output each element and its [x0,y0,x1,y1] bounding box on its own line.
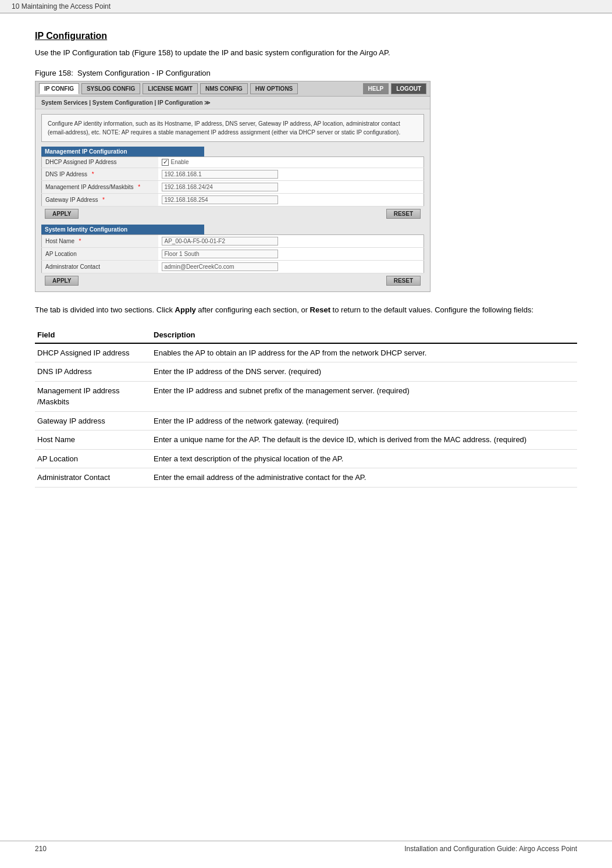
field-table-row: DHCP Assigned IP addressEnables the AP t… [35,343,577,362]
field-table-row: Administrator ContactEnter the email add… [35,468,577,488]
field-desc-cell: Enter a unique name for the AP. The defa… [151,431,577,450]
gateway-input[interactable] [162,195,278,204]
main-content: IP Configuration Use the IP Configuratio… [0,13,612,522]
dns-input[interactable] [162,170,278,179]
mgmt-reset-button[interactable]: RESET [386,209,421,219]
identity-header: System Identity Configuration [41,225,204,234]
mgmt-apply-button[interactable]: APPLY [45,209,79,219]
tab-logout[interactable]: LOGOUT [391,83,426,94]
tab-syslog-config[interactable]: SYSLOG CONFIG [81,83,140,94]
mgmt-ip-value [158,180,424,193]
field-table-row: Host NameEnter a unique name for the AP.… [35,431,577,450]
gateway-value [158,193,424,206]
identity-apply-reset-row: APPLY RESET [41,273,424,288]
nav-bar: IP CONFIG SYSLOG CONFIG LICENSE MGMT NMS… [35,81,430,97]
page-header: 10 Maintaining the Access Point [0,0,612,13]
section-title: IP Configuration [35,31,577,41]
field-name-cell: Gateway IP address [35,411,151,431]
table-row: DNS IP Address * [42,168,424,180]
ap-location-label: AP Location [42,247,158,260]
table-row: Adminstrator Contact [42,260,424,273]
table-row: DHCP Assigned IP Address Enable [42,156,424,168]
field-desc-cell: Enter the IP address and subnet prefix o… [151,381,577,411]
hostname-value [158,234,424,247]
dhcp-label: DHCP Assigned IP Address [42,156,158,168]
field-desc-cell: Enter a text description of the physical… [151,449,577,468]
field-table-row: Management IP address /MaskbitsEnter the… [35,381,577,411]
figure-label: Figure 158: System Configuration - IP Co… [35,69,577,77]
identity-section: System Identity Configuration Host Name … [41,225,424,288]
admin-contact-value [158,260,424,273]
tab-license-mgmt[interactable]: LICENSE MGMT [143,83,198,94]
field-desc-cell: Enter the email address of the administr… [151,468,577,488]
dns-label: DNS IP Address * [42,168,158,180]
field-desc-cell: Enter the IP address of the network gate… [151,411,577,431]
field-table-row: Gateway IP addressEnter the IP address o… [35,411,577,431]
hostname-input[interactable] [162,237,278,246]
field-name-cell: DHCP Assigned IP address [35,343,151,362]
dhcp-checkbox[interactable] [162,159,169,166]
footer-page-number: 210 [35,845,47,853]
tab-hw-options[interactable]: HW OPTIONS [250,83,298,94]
gateway-label: Gateway IP Address * [42,193,158,206]
identity-apply-button[interactable]: APPLY [45,276,79,286]
identity-reset-button[interactable]: RESET [386,276,421,286]
dhcp-value: Enable [158,156,424,168]
field-table-row: DNS IP AddressEnter the IP address of th… [35,362,577,382]
table-row: Gateway IP Address * [42,193,424,206]
table-row: Management IP Address/Maskbits * [42,180,424,193]
hostname-label: Host Name * [42,234,158,247]
field-name-cell: AP Location [35,449,151,468]
mgmt-ip-table: DHCP Assigned IP Address Enable DNS IP A… [41,156,424,207]
admin-contact-label: Adminstrator Contact [42,260,158,273]
field-col-header: Field [35,328,151,343]
intro-text: Use the IP Configuration tab (Figure 158… [35,47,577,59]
table-row: AP Location [42,247,424,260]
ap-location-input[interactable] [162,250,278,258]
mgmt-apply-reset-row: APPLY RESET [41,207,424,221]
chapter-title: 10 Maintaining the Access Point [12,2,111,10]
mgmt-ip-section: Management IP Configuration DHCP Assigne… [41,147,424,221]
mgmt-ip-input[interactable] [162,183,278,191]
page-footer: 210 Installation and Configuration Guide… [0,841,612,856]
screenshot-container: IP CONFIG SYSLOG CONFIG LICENSE MGMT NMS… [35,81,430,292]
field-desc-cell: Enter the IP address of the DNS server. … [151,362,577,382]
tab-help[interactable]: HELP [363,83,389,94]
admin-contact-input[interactable] [162,262,278,271]
field-table-header-row: Field Description [35,328,577,343]
tab-ip-config[interactable]: IP CONFIG [39,83,79,94]
field-name-cell: Administrator Contact [35,468,151,488]
field-name-cell: Management IP address /Maskbits [35,381,151,411]
mgmt-ip-label: Management IP Address/Maskbits * [42,180,158,193]
field-desc-cell: Enables the AP to obtain an IP address f… [151,343,577,362]
description-col-header: Description [151,328,577,343]
table-row: Host Name * [42,234,424,247]
breadcrumb: System Services | System Configuration |… [35,97,430,109]
info-box: Configure AP identity information, such … [41,114,424,142]
field-description-table: Field Description DHCP Assigned IP addre… [35,328,577,488]
identity-table: Host Name * AP Location Adminstrator Con… [41,234,424,273]
dhcp-enable-label: Enable [171,159,189,165]
field-name-cell: DNS IP Address [35,362,151,382]
field-name-cell: Host Name [35,431,151,450]
ap-location-value [158,247,424,260]
mgmt-ip-header: Management IP Configuration [41,147,204,156]
field-table-row: AP LocationEnter a text description of t… [35,449,577,468]
footer-guide-title: Installation and Configuration Guide: Ai… [404,845,577,853]
tab-nms-config[interactable]: NMS CONFIG [200,83,248,94]
dns-value [158,168,424,180]
post-text: The tab is divided into two sections. Cl… [35,304,577,316]
